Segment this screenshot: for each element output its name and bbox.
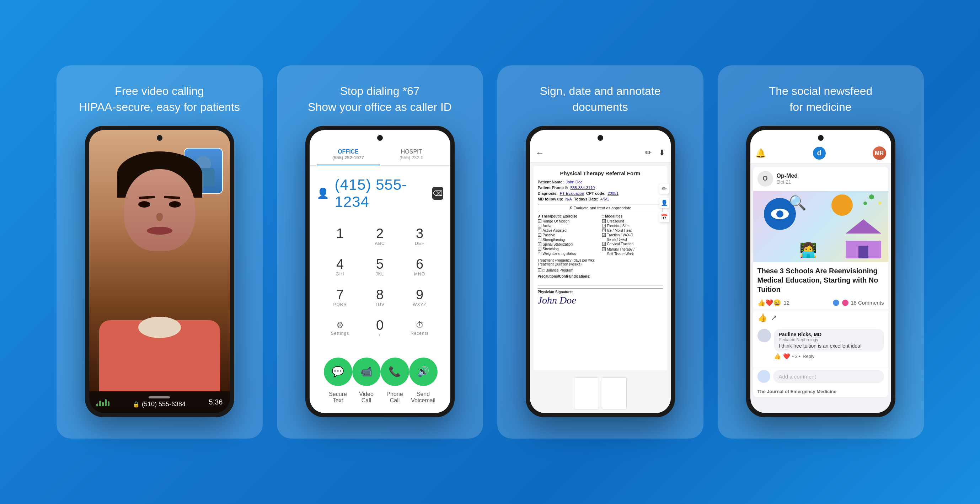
card1-notch (157, 135, 162, 141)
feed-post-image: 🔍 👩‍💻 (753, 191, 888, 262)
phone-call-label: PhoneCall (387, 391, 403, 404)
doc-tool-calendar[interactable]: 📅 (659, 212, 669, 222)
illus-yellow-dot (878, 202, 881, 204)
doc-sidebar-tools: ✏ 👤 📅 (659, 184, 669, 222)
dialer-number-display: 👤 (415) 555-1234 ⌫ (310, 165, 450, 218)
doc-tool-person[interactable]: 👤 (659, 198, 669, 208)
soft-tissue-label: Soft Tissue Work (602, 252, 663, 256)
key-settings[interactable]: ⚙ Settings (320, 313, 360, 343)
reaction-count: 12 (784, 300, 790, 306)
card4-phone-screen: 🔔 d MR O Op-Med Oct 21 (750, 130, 891, 413)
heart-emoji: ❤️ (765, 299, 773, 307)
comment-content: Pauline Ricks, MD Pediatric Nephrology I… (774, 329, 884, 360)
share-button[interactable]: ↗ (771, 313, 777, 323)
doc-screen: ← ✏ ⬇ ✏ 👤 📅 (530, 130, 671, 413)
swipe-handle (149, 396, 170, 398)
illus-orange-ball (831, 194, 853, 216)
edit-icon[interactable]: ✏ (645, 148, 652, 157)
phone-call-button[interactable]: 📞 (381, 358, 409, 386)
cb-ice-moist-heat: □Ice / Moist Heat (602, 229, 663, 232)
card3-phone-screen: ← ✏ ⬇ ✏ 👤 📅 (530, 130, 671, 413)
doc-modalities-col: □ Modalities □Ultrasound □Electrical Sti… (602, 214, 663, 256)
key-8[interactable]: 8 TUV (360, 282, 400, 313)
reply-button[interactable]: Reply (803, 354, 815, 359)
doc-tool-signature[interactable]: ✏ (659, 184, 669, 194)
doc-signature-area: Physician Signature: John Doe (538, 288, 663, 305)
key-1[interactable]: 1 (320, 221, 360, 252)
treatment-freq-label: Treatment Frequency (days per wk): (538, 258, 663, 262)
cb-range-of-motion: □Range Of Motion (538, 219, 598, 223)
secure-text-button[interactable]: 💬 (324, 358, 352, 386)
send-voicemail-button[interactable]: 🔊 (409, 358, 438, 386)
video-bottom-bar: 🔒 (510) 555-6384 5:36 (89, 391, 230, 413)
card2-phone-screen: OFFICE (555) 252-1977 HOSPIT (555) 232-0… (310, 130, 450, 413)
illus-green-dot-1 (869, 194, 874, 199)
add-comment-row: Add a comment (753, 367, 888, 386)
doc-treatment-freq: Treatment Frequency (days per wk): Treat… (538, 258, 663, 266)
doc-eval-instruction: ✗ Evaluate and treat as appropriate (538, 204, 663, 212)
key-6[interactable]: 6 MNO (400, 252, 440, 282)
video-main (89, 130, 230, 391)
call-time: 5:36 (209, 398, 223, 406)
feed-post-header: O Op-Med Oct 21 (753, 167, 888, 191)
doc-thumbnail-row (530, 374, 671, 413)
precautions-line (538, 280, 663, 285)
doc-content-area: ✏ 👤 📅 Physical Therapy Referral Form Pat… (530, 162, 671, 374)
like-button[interactable]: 👍 (757, 313, 767, 323)
add-comment-input[interactable]: Add a comment (773, 370, 884, 383)
comment-bubble: Pauline Ricks, MD Pediatric Nephrology I… (774, 329, 884, 351)
backspace-button[interactable]: ⌫ (432, 187, 443, 200)
card4-notch (818, 135, 824, 141)
avatars-comments: 18 Comments (832, 299, 884, 307)
feed-screen: 🔔 d MR O Op-Med Oct 21 (750, 130, 891, 413)
contact-icon: 👤 (317, 187, 329, 199)
dialer-action-row: 💬 SecureText 📹 VideoCall 📞 PhoneCall (310, 350, 450, 411)
date-label: Todays Date: (574, 197, 598, 201)
doc-two-col: ✗ Therapeutic Exercise □Range Of Motion … (538, 214, 663, 256)
key-9[interactable]: 9 WXYZ (400, 282, 440, 313)
comment-like-count: • 2 • (792, 354, 801, 359)
dialer-screen: OFFICE (555) 252-1977 HOSPIT (555) 232-0… (310, 130, 450, 413)
card-video-calling: Free video calling HIPAA-secure, easy fo… (57, 65, 262, 439)
doc-thumb-1[interactable] (574, 377, 599, 409)
cb-cervical-traction: □Cervical Traction (602, 242, 663, 246)
key-4[interactable]: 4 GHI (320, 252, 360, 282)
precautions-label: Precautions/Contraindications: (538, 274, 663, 278)
dialer-tab-hospital[interactable]: HOSPIT (555) 232-0 (380, 144, 443, 165)
card3-notch (598, 135, 603, 141)
user-avatar[interactable]: MR (873, 146, 886, 160)
cb-passive: □Passive (538, 233, 598, 237)
key-3[interactable]: 3 DEF (400, 221, 440, 252)
source-avatar: O (757, 171, 773, 187)
comment-like-emoji: 👍 (774, 353, 781, 360)
key-0[interactable]: 0 + (360, 313, 400, 343)
cb-electrical-stim: □Electrical Stim (602, 224, 663, 228)
card2-title: Stop dialing *67 Show your office as cal… (308, 83, 452, 115)
key-7[interactable]: 7 PQRS (320, 282, 360, 313)
key-recents[interactable]: ⏱ Recents (400, 313, 440, 343)
patient-phone-value: 555-384-3110 (571, 186, 595, 190)
patient-name-label: Patient Name: (538, 180, 564, 184)
comment-actions: 👍 ❤️ • 2 • Reply (774, 353, 884, 360)
download-icon[interactable]: ⬇ (659, 148, 665, 157)
doc-thumb-2[interactable] (602, 377, 627, 409)
card1-phone-screen: ▾ ▮ (89, 130, 230, 413)
video-call-button[interactable]: 📹 (352, 358, 381, 386)
comment-text: I think free tuition is an excellent ide… (779, 343, 879, 349)
key-2[interactable]: 2 ABC (360, 221, 400, 252)
card-document: Sign, date and annotate documents ← ✏ ⬇ (497, 65, 703, 439)
diagnosis-value: PT Evaluation (560, 191, 584, 196)
comments-count: 18 Comments (851, 300, 884, 306)
wave-bar-5 (108, 401, 110, 406)
dialer-tab-office[interactable]: OFFICE (555) 252-1977 (317, 144, 380, 165)
doc-top-actions: ✏ ⬇ (645, 148, 665, 157)
card1-title: Free video calling HIPAA-secure, easy fo… (79, 83, 240, 115)
cb-weightbearing: □Weightbearing status (538, 252, 598, 256)
card4-phone-frame: 🔔 d MR O Op-Med Oct 21 (746, 126, 896, 417)
feed-comment-section: Pauline Ricks, MD Pediatric Nephrology I… (753, 325, 888, 367)
back-arrow-icon[interactable]: ← (536, 148, 544, 158)
notification-bell-icon[interactable]: 🔔 (755, 148, 766, 158)
cpt-label: CPT code: (586, 191, 605, 196)
call-phone-number: 🔒 (510) 555-6384 (133, 401, 186, 408)
key-5[interactable]: 5 JKL (360, 252, 400, 282)
